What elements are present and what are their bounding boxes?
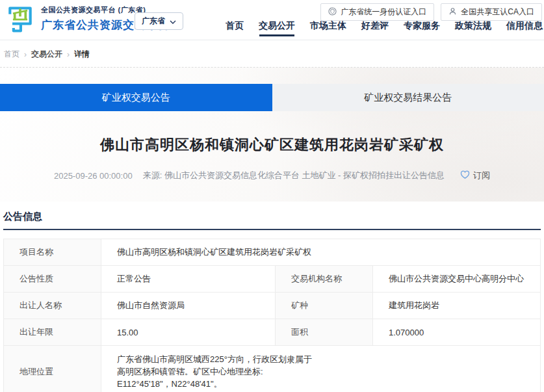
project-name-label: 项目名称 (4, 239, 101, 266)
area-label: 面积 (276, 319, 373, 346)
subscribe-label: 订阅 (473, 170, 490, 181)
table-row-transferor: 出让人名称 佛山市自然资源局 矿种 建筑用花岗岩 (4, 293, 541, 319)
ca-entry-button[interactable]: 全国共享互认CA入口 (441, 3, 542, 21)
geo-location-value: 广东省佛山市高明区城西225°方向，行政区划隶属于 高明区杨和镇管辖。矿区中心地… (101, 346, 541, 392)
section-title: 公告信息 (3, 202, 541, 230)
mineral-type-value: 建筑用花岗岩 (373, 293, 541, 319)
table-row-geo-location: 地理位置 广东省佛山市高明区城西225°方向，行政区划隶属于 高明区杨和镇管辖。… (4, 346, 541, 392)
nav-item-expert-services[interactable]: 专家服务 (404, 20, 440, 36)
breadcrumb: 首页 › 交易公开 › 详情 (0, 40, 544, 68)
table-row-project-name: 项目名称 佛山市高明区杨和镇洞心矿区建筑用花岗岩矿采矿权 (4, 239, 541, 266)
announcement-nature-value: 正常公告 (101, 266, 276, 293)
identity-auth-entry-button[interactable]: 广东省统一身份认证入口 (320, 3, 434, 21)
heart-icon (460, 170, 470, 181)
nav-item-home[interactable]: 首页 (226, 20, 244, 36)
area-value: 1.070000 (373, 319, 541, 346)
announcement-date: 2025-09-26 00:00:00 (54, 171, 133, 181)
nav-item-ratings[interactable]: 好差评 (361, 20, 389, 36)
ca-entry-label: 全国共享互认CA入口 (461, 7, 534, 18)
chevron-down-icon (170, 17, 176, 26)
announcement-banner: 矿业权交易公告 矿业权交易结果公告 佛山市高明区杨和镇洞心矿区建筑用花岗岩矿采矿… (0, 68, 544, 202)
gdggzy-logo-icon (5, 4, 35, 38)
site-header: 全国公共资源交易平台 (广东省) 广东省公共资源交易平台 广东省 广东省统一身份… (0, 0, 544, 40)
announcement-info-table: 项目名称 佛山市高明区杨和镇洞心矿区建筑用花岗岩矿采矿权 公告性质 正常公告 交… (3, 239, 541, 392)
breadcrumb-detail: 详情 (74, 49, 90, 60)
trading-institution-label: 交易机构名称 (276, 266, 373, 293)
auth-buttons: 广东省统一身份认证入口 全国共享互认CA入口 (320, 3, 542, 21)
shield-badge-icon (328, 7, 337, 18)
table-row-announcement-nature: 公告性质 正常公告 交易机构名称 佛山市公共资源交易中心高明分中心 (4, 266, 541, 293)
transfer-term-value: 15.00 (101, 319, 276, 346)
announcement-meta: 2025-09-26 00:00:00 来源: 佛山市公共资源交易信息化综合平台… (0, 170, 544, 181)
breadcrumb-separator: › (24, 50, 27, 59)
nav-item-trade-public[interactable]: 交易公开 (259, 20, 295, 36)
breadcrumb-trade-public[interactable]: 交易公开 (31, 49, 62, 60)
transfer-term-label: 出让年限 (4, 319, 101, 346)
trading-institution-value: 佛山市公共资源交易中心高明分中心 (373, 266, 541, 293)
project-name-value: 佛山市高明区杨和镇洞心矿区建筑用花岗岩矿采矿权 (101, 239, 541, 266)
region-selector-label: 广东省 (142, 16, 165, 27)
tab-mining-rights-announcement[interactable]: 矿业权交易公告 (0, 84, 272, 111)
user-icon (448, 7, 457, 18)
subscribe-button[interactable]: 订阅 (460, 170, 490, 181)
geo-location-label: 地理位置 (4, 346, 101, 392)
announcement-title: 佛山市高明区杨和镇洞心矿区建筑用花岗岩矿采矿权 (0, 135, 544, 155)
transferor-value: 佛山市自然资源局 (101, 293, 276, 319)
geo-location-line: 广东省佛山市高明区城西225°方向，行政区划隶属于 (117, 353, 534, 365)
region-selector[interactable]: 广东省 (135, 12, 183, 30)
announcement-nature-label: 公告性质 (4, 266, 101, 293)
nav-item-market-entities[interactable]: 市场主体 (310, 20, 346, 36)
table-row-transfer-term: 出让年限 15.00 面积 1.070000 (4, 319, 541, 346)
announcement-info-section: 公告信息 项目名称 佛山市高明区杨和镇洞心矿区建筑用花岗岩矿采矿权 公告性质 正… (0, 202, 544, 392)
main-nav: 首页 交易公开 市场主体 好差评 专家服务 政策法规 信用信息 (226, 20, 543, 36)
identity-auth-entry-label: 广东省统一身份认证入口 (341, 7, 426, 18)
nav-item-credit-info[interactable]: 信用信息 (506, 20, 543, 36)
announcement-source: 来源: 佛山市公共资源交易信息化综合平台 土地矿业 - 探矿权招拍挂出让公告信息 (143, 170, 445, 181)
geo-location-line: E112°45'18"，N22°48'41"。 (117, 378, 534, 390)
breadcrumb-home[interactable]: 首页 (4, 49, 19, 60)
geo-location-line: 高明区杨和镇管辖。矿区中心地理坐标: (117, 365, 534, 378)
transferor-label: 出让人名称 (4, 293, 101, 319)
tab-mining-rights-result-announcement[interactable]: 矿业权交易结果公告 (272, 84, 544, 111)
breadcrumb-separator: › (67, 50, 70, 59)
nav-item-policies[interactable]: 政策法规 (455, 20, 491, 36)
announcement-tabs: 矿业权交易公告 矿业权交易结果公告 (0, 68, 544, 111)
mineral-type-label: 矿种 (276, 293, 373, 319)
